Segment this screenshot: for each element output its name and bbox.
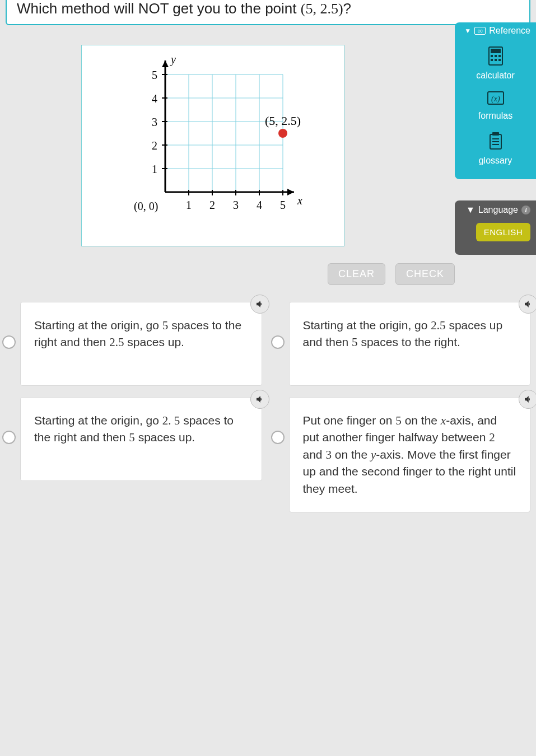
reference-calculator[interactable]: calculator: [455, 41, 536, 86]
reference-header[interactable]: ▼ cc Reference: [455, 22, 536, 41]
clear-button[interactable]: CLEAR: [328, 263, 385, 285]
audio-button-c[interactable]: [250, 390, 269, 409]
svg-rect-29: [491, 59, 493, 61]
x-tick-5: 5: [280, 199, 286, 211]
reference-glossary[interactable]: glossary: [455, 127, 536, 171]
answer-card-b[interactable]: Starting at the origin, go 2.5 spaces up…: [289, 302, 531, 386]
svg-rect-27: [495, 55, 497, 57]
answer-b-text: Starting at the origin, go 2.5 spaces up…: [303, 319, 503, 348]
radio-b[interactable]: [271, 335, 285, 349]
question-point: (5, 2.5): [301, 1, 343, 17]
y-tick-5: 5: [152, 69, 157, 81]
reference-panel: ▼ cc Reference calculator (x) formulas: [455, 22, 536, 179]
radio-c[interactable]: [2, 431, 16, 444]
svg-marker-12: [287, 189, 294, 195]
x-tick-2: 2: [209, 199, 215, 211]
chevron-down-icon: ▼: [466, 205, 475, 215]
calculator-icon: [484, 45, 507, 67]
answer-grid: Starting at the origin, go 5 spaces to t…: [0, 302, 536, 512]
answer-a-text: Starting at the origin, go 5 spaces to t…: [34, 319, 241, 348]
question-suffix: ?: [343, 0, 351, 17]
answer-option-d: Put one finger on 5 on the x-axis, and p…: [269, 397, 531, 512]
origin-label: (0, 0): [134, 200, 158, 213]
svg-marker-13: [162, 60, 169, 67]
reference-calculator-label: calculator: [476, 71, 514, 80]
x-tick-4: 4: [257, 199, 262, 211]
x-axis-label: x: [297, 194, 302, 207]
radio-d[interactable]: [271, 431, 285, 444]
check-button[interactable]: CHECK: [395, 263, 455, 285]
reference-formulas-label: formulas: [478, 111, 512, 120]
plotted-point: [278, 129, 287, 138]
language-header[interactable]: ▼ Language i: [460, 205, 530, 221]
answer-option-a: Starting at the origin, go 5 spaces to t…: [0, 302, 262, 386]
svg-rect-30: [495, 59, 497, 61]
answer-c-text: Starting at the origin, go 2. 5 spaces t…: [34, 414, 234, 444]
reference-glossary-label: glossary: [479, 156, 512, 165]
cc-icon: cc: [474, 27, 486, 35]
graph-panel: y x (0, 0) 1 2 3 4 5 1 2 3 4 5 (5, 2.5): [81, 45, 344, 246]
x-tick-1: 1: [186, 199, 192, 211]
audio-button-a[interactable]: [250, 295, 269, 314]
svg-rect-35: [492, 132, 499, 136]
svg-text:(x): (x): [491, 95, 500, 104]
speaker-icon: [255, 394, 265, 404]
svg-rect-31: [498, 59, 501, 61]
y-tick-2: 2: [152, 139, 157, 152]
answer-card-d[interactable]: Put one finger on 5 on the x-axis, and p…: [289, 397, 531, 512]
question-prefix: Which method will NOT get you to the poi…: [17, 0, 301, 17]
language-title: Language: [478, 205, 518, 215]
reference-formulas[interactable]: (x) formulas: [455, 86, 536, 127]
answer-option-c: Starting at the origin, go 2. 5 spaces t…: [0, 397, 262, 512]
x-tick-3: 3: [233, 199, 239, 211]
coordinate-graph: y x (0, 0) 1 2 3 4 5 1 2 3 4 5 (5, 2.5): [109, 52, 316, 237]
speaker-icon: [523, 299, 533, 309]
glossary-icon: [484, 130, 507, 152]
y-tick-1: 1: [152, 163, 157, 175]
point-label: (5, 2.5): [265, 114, 301, 128]
answer-option-b: Starting at the origin, go 2.5 spaces up…: [269, 302, 531, 386]
y-tick-4: 4: [152, 92, 157, 105]
speaker-icon: [523, 394, 533, 404]
question-bar: Which method will NOT get you to the poi…: [6, 0, 530, 25]
audio-button-d[interactable]: [519, 390, 536, 409]
speaker-icon: [255, 299, 265, 309]
y-axis-label: y: [170, 53, 176, 66]
answer-d-text: Put one finger on 5 on the x-axis, and p…: [303, 414, 516, 495]
language-panel: ▼ Language i ENGLISH: [455, 200, 536, 255]
formulas-icon: (x): [484, 90, 507, 108]
reference-title: Reference: [489, 26, 530, 36]
answer-card-a[interactable]: Starting at the origin, go 5 spaces to t…: [20, 302, 262, 386]
language-english-button[interactable]: ENGLISH: [476, 223, 530, 241]
audio-button-b[interactable]: [519, 295, 536, 314]
action-buttons: CLEAR CHECK: [0, 263, 536, 285]
y-tick-3: 3: [152, 116, 157, 128]
answer-card-c[interactable]: Starting at the origin, go 2. 5 spaces t…: [20, 397, 262, 481]
svg-rect-25: [491, 49, 501, 53]
svg-rect-28: [498, 55, 501, 57]
svg-rect-26: [491, 55, 493, 57]
chevron-down-icon: ▼: [464, 27, 471, 35]
radio-a[interactable]: [2, 335, 16, 349]
info-icon[interactable]: i: [521, 206, 530, 214]
